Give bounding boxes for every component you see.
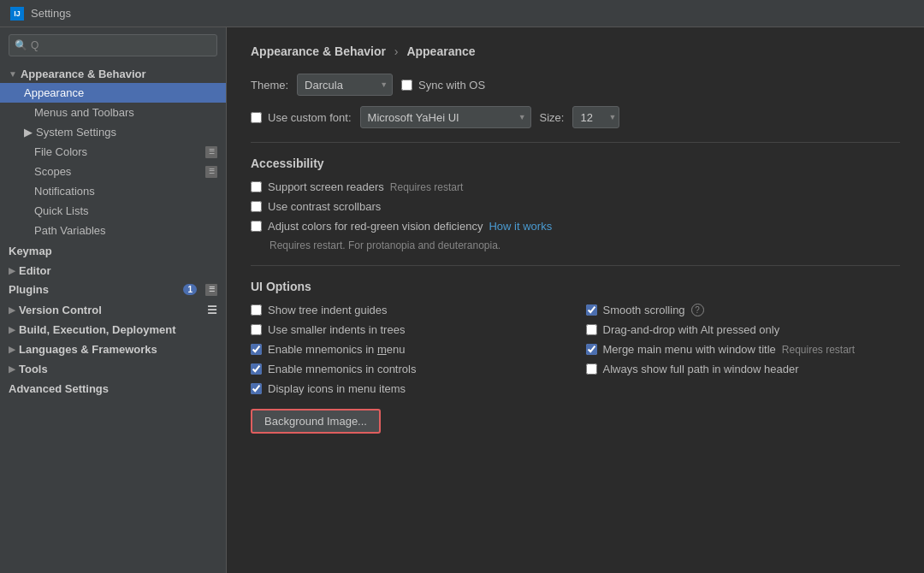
show-tree-indent-checkbox[interactable] [251,304,262,316]
always-show-path-row: Always show full path in window header [586,363,901,375]
sidebar-item-path-variables[interactable]: Path Variables [0,221,226,240]
sidebar-item-system-settings[interactable]: ▶ System Settings [0,122,226,142]
merge-main-menu-checkbox[interactable] [586,344,597,355]
smaller-indents-row: Use smaller indents in trees [251,323,566,336]
theme-select[interactable]: Darcula Light High Contrast [297,74,393,96]
always-show-path-checkbox[interactable] [586,363,597,375]
font-select[interactable]: Microsoft YaHei UI Arial Segoe UI [360,106,531,128]
sidebar: 🔍 ▼ Appearance & Behavior Appearance Men… [0,27,227,573]
font-select-wrap: Microsoft YaHei UI Arial Segoe UI [360,106,531,128]
sidebar-item-tools[interactable]: ▶ Tools [0,358,226,378]
drag-drop-alt-row: Drag-and-drop with Alt pressed only [586,323,901,336]
sidebar-navigation: ▼ Appearance & Behavior Appearance Menus… [0,63,226,405]
adjust-colors-row: Adjust colors for red-green vision defic… [251,220,900,233]
sidebar-item-version-control[interactable]: ▶ Version Control ☰ [0,299,226,319]
sidebar-item-file-colors[interactable]: File Colors ☰ [0,142,226,162]
sidebar-item-plugins[interactable]: Plugins 1 ☰ [0,280,226,299]
ui-options-right: Smooth scrolling ? Drag-and-drop with Al… [586,304,901,402]
chevron-right-icon-lang: ▶ [9,345,15,354]
adjust-colors-hint: Requires restart. For protanopia and deu… [270,239,900,251]
font-row: Use custom font: Microsoft YaHei UI Aria… [251,106,900,128]
merge-main-menu-label[interactable]: Merge main menu with window title [603,343,776,356]
mnemonics-menu-row: Enable mnemonics in menu [251,343,566,356]
contrast-scrollbars-row: Use contrast scrollbars [251,200,900,213]
background-image-button[interactable]: Background Image... [251,409,381,434]
contrast-scrollbars-checkbox[interactable] [251,201,262,212]
screen-readers-hint: Requires restart [390,181,463,193]
chevron-right-icon-vc: ▶ [9,305,15,315]
how-it-works-link[interactable]: How it works [489,220,552,233]
size-select[interactable]: 12 10 11 13 14 [572,106,619,128]
merge-main-menu-hint: Requires restart [782,344,855,356]
app-logo: IJ [10,7,24,21]
drag-drop-alt-checkbox[interactable] [586,324,597,335]
display-icons-menu-label[interactable]: Display icons in menu items [268,382,406,395]
mnemonics-menu-checkbox[interactable] [251,344,262,355]
plugins-icon: ☰ [205,284,217,296]
size-select-wrap: 12 10 11 13 14 [572,106,619,128]
support-screen-readers-row: Support screen readers Requires restart [251,180,900,193]
smaller-indents-label[interactable]: Use smaller indents in trees [268,323,405,336]
sidebar-item-build-execution[interactable]: ▶ Build, Execution, Deployment [0,319,226,339]
contrast-scrollbars-label[interactable]: Use contrast scrollbars [268,200,381,213]
title-bar: IJ Settings [0,0,924,27]
sync-os-checkbox[interactable] [401,80,412,91]
version-control-icon: ☰ [207,304,217,316]
use-custom-font-label[interactable]: Use custom font: [268,111,352,124]
drag-drop-alt-label[interactable]: Drag-and-drop with Alt pressed only [603,323,780,336]
file-colors-icon: ☰ [205,146,217,158]
support-screen-readers-label[interactable]: Support screen readers [268,180,384,193]
show-tree-indent-row: Show tree indent guides [251,304,566,316]
mnemonics-controls-checkbox[interactable] [251,363,262,375]
sidebar-item-appearance[interactable]: Appearance [0,83,226,103]
show-tree-indent-label[interactable]: Show tree indent guides [268,304,387,316]
smooth-scrolling-row: Smooth scrolling ? [586,304,901,316]
chevron-right-icon-tools: ▶ [9,364,15,374]
sync-os-label[interactable]: Sync with OS [418,79,485,92]
scopes-icon: ☰ [205,166,217,178]
smooth-scrolling-label[interactable]: Smooth scrolling [603,304,685,316]
divider-1 [251,142,900,143]
sidebar-item-appearance-behavior[interactable]: ▼ Appearance & Behavior [0,63,226,83]
always-show-path-label[interactable]: Always show full path in window header [603,363,799,375]
mnemonics-menu-label[interactable]: Enable mnemonics in menu [268,343,405,356]
theme-row: Theme: Darcula Light High Contrast Sync … [251,74,900,96]
sidebar-item-quick-lists[interactable]: Quick Lists [0,201,226,221]
ui-options-grid: Show tree indent guides Use smaller inde… [251,304,900,402]
sidebar-item-menus-toolbars[interactable]: Menus and Toolbars [0,103,226,122]
divider-2 [251,265,900,266]
chevron-right-icon-build: ▶ [9,325,15,334]
smaller-indents-checkbox[interactable] [251,324,262,335]
search-icon: 🔍 [15,39,27,51]
smooth-scrolling-checkbox[interactable] [586,304,597,316]
display-icons-menu-checkbox[interactable] [251,383,262,394]
smooth-scrolling-help-icon[interactable]: ? [691,304,704,316]
adjust-colors-label[interactable]: Adjust colors for red-green vision defic… [268,220,483,233]
ui-options-title: UI Options [251,280,900,293]
sidebar-item-scopes[interactable]: Scopes ☰ [0,162,226,181]
sidebar-item-editor[interactable]: ▶ Editor [0,260,226,280]
mnemonics-controls-row: Enable mnemonics in controls [251,363,566,375]
settings-content: Appearance & Behavior › Appearance Theme… [227,27,924,573]
custom-font-row: Use custom font: [251,111,352,124]
search-input[interactable] [31,39,211,51]
sidebar-item-keymap[interactable]: Keymap [0,240,226,260]
merge-main-menu-row: Merge main menu with window title Requir… [586,343,901,356]
sidebar-search-container[interactable]: 🔍 [9,34,217,56]
mnemonics-controls-label[interactable]: Enable mnemonics in controls [268,363,416,375]
adjust-colors-checkbox[interactable] [251,221,262,232]
size-label: Size: [540,111,565,124]
main-layout: 🔍 ▼ Appearance & Behavior Appearance Men… [0,27,924,573]
chevron-right-icon-editor: ▶ [9,266,15,275]
sidebar-item-advanced-settings[interactable]: Advanced Settings [0,378,226,398]
sync-os-row: Sync with OS [401,79,485,92]
sidebar-item-languages-frameworks[interactable]: ▶ Languages & Frameworks [0,339,226,358]
display-icons-menu-row: Display icons in menu items [251,382,566,395]
chevron-down-icon: ▼ [9,69,17,79]
ui-options-left: Show tree indent guides Use smaller inde… [251,304,566,402]
support-screen-readers-checkbox[interactable] [251,181,262,192]
sidebar-item-notifications[interactable]: Notifications [0,181,226,201]
chevron-right-icon: ▶ [24,126,33,139]
use-custom-font-checkbox[interactable] [251,112,262,123]
title-bar-title: Settings [31,7,71,20]
